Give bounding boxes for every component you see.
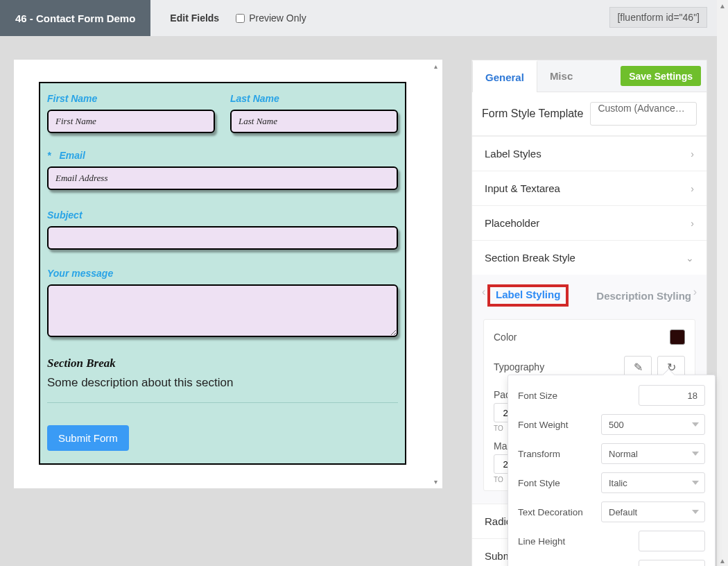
acc-section-break[interactable]: Section Break Style ⌄	[472, 241, 707, 275]
section-break-title: Section Break	[47, 357, 398, 370]
subtab-description-styling[interactable]: Description Styling	[596, 290, 691, 302]
scroll-up-icon: ▴	[434, 62, 437, 70]
pencil-icon: ✎	[634, 361, 643, 374]
letter-spacing-input[interactable]	[639, 560, 705, 566]
scroll-down-icon: ▾	[434, 478, 437, 486]
template-label: Form Style Template	[482, 108, 583, 120]
tab-misc[interactable]: Misc	[537, 60, 585, 92]
font-style-label: Font Style	[518, 478, 560, 488]
typography-popover: Font Size Font Weight Transform Font Sty…	[508, 375, 716, 566]
font-weight-label: Font Weight	[518, 420, 569, 430]
message-label: Your message	[47, 268, 398, 279]
template-select[interactable]: Custom (Advanced Custom	[590, 102, 697, 126]
acc-input-textarea[interactable]: Input & Textarea ›	[472, 171, 707, 205]
email-input[interactable]	[47, 166, 398, 190]
typography-label: Typography	[494, 361, 544, 372]
required-mark: *	[47, 150, 51, 161]
acc-label: Placeholder	[485, 217, 539, 229]
submit-button[interactable]: Submit Form	[47, 425, 129, 451]
line-height-label: Line Height	[518, 536, 565, 547]
chevron-right-icon: ›	[691, 183, 694, 194]
acc-label-styles[interactable]: Label Styles ›	[472, 137, 707, 171]
acc-label: Label Styles	[485, 148, 541, 160]
subtab-prev-icon[interactable]: ‹	[482, 286, 485, 298]
scroll-down-icon: ▲	[717, 555, 728, 566]
font-size-label: Font Size	[518, 391, 557, 401]
save-settings-button[interactable]: Save Settings	[621, 66, 701, 86]
highlight-box: Label Styling	[487, 284, 569, 307]
page-title: 46 - Contact Form Demo	[0, 0, 150, 36]
subject-input[interactable]	[47, 226, 398, 250]
chevron-down-icon: ⌄	[686, 252, 694, 264]
page-scrollbar[interactable]: ▲ ▲	[717, 0, 728, 566]
message-textarea[interactable]	[47, 284, 398, 337]
scroll-up-icon: ▲	[717, 0, 728, 11]
last-name-input[interactable]	[230, 110, 398, 133]
subtab-next-icon[interactable]: ›	[693, 286, 697, 298]
section-divider	[47, 402, 398, 403]
last-name-label: Last Name	[230, 93, 398, 104]
email-label: Email	[59, 150, 85, 161]
first-name-input[interactable]	[47, 110, 215, 133]
transform-label: Transform	[518, 449, 560, 459]
subtab-label-styling[interactable]: Label Styling	[496, 289, 560, 300]
color-swatch[interactable]	[670, 329, 685, 345]
font-size-input[interactable]	[639, 385, 705, 406]
transform-select[interactable]	[601, 443, 705, 464]
acc-placeholder[interactable]: Placeholder ›	[472, 206, 707, 240]
color-label: Color	[494, 332, 517, 343]
acc-label: Input & Textarea	[485, 182, 560, 194]
font-weight-select[interactable]	[601, 414, 705, 435]
form-preview-panel: ▴ ▾ First Name Last Name * Email	[14, 60, 442, 488]
preview-scrollbar[interactable]: ▴ ▾	[433, 60, 442, 488]
text-decoration-select[interactable]	[601, 501, 705, 522]
font-style-select[interactable]	[601, 472, 705, 493]
section-break-desc: Some description about this section	[47, 376, 398, 390]
subject-label: Subject	[47, 209, 398, 221]
preview-only-checkbox[interactable]	[236, 14, 245, 23]
chevron-right-icon: ›	[691, 218, 694, 229]
top-bar: 46 - Contact Form Demo Edit Fields Previ…	[0, 0, 717, 36]
first-name-label: First Name	[47, 93, 215, 104]
chevron-right-icon: ›	[691, 148, 694, 160]
form-area: First Name Last Name * Email Subject	[39, 82, 406, 465]
shortcode-display[interactable]: [fluentform id="46"]	[609, 7, 707, 28]
tab-general[interactable]: General	[472, 60, 537, 92]
preview-only-label: Preview Only	[249, 12, 306, 24]
text-decoration-label: Text Decoration	[518, 507, 583, 517]
line-height-input[interactable]	[639, 531, 705, 551]
acc-label: Section Break Style	[485, 252, 575, 264]
edit-fields-link[interactable]: Edit Fields	[170, 12, 219, 24]
